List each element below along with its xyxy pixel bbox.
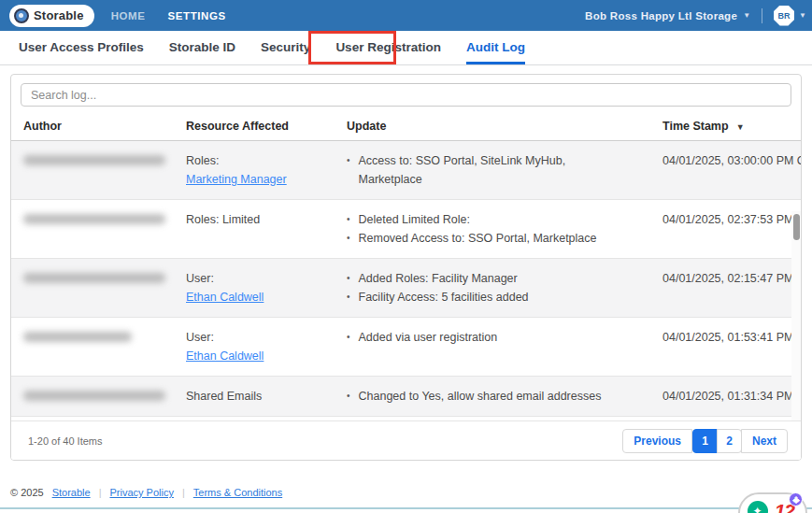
table-body: Roles: Marketing Manager •Access to: SSO… (11, 141, 801, 430)
update-cell: •Deleted Limited Role:•Removed Access to… (335, 210, 650, 248)
items-count: 1-20 of 40 Items (28, 435, 103, 447)
update-bullet-line: •Added Roles: Facility Manager (347, 269, 650, 288)
author-cell (11, 269, 174, 306)
update-cell: •Access to: SSO Portal, SiteLink MyHub, … (335, 151, 650, 189)
sort-desc-icon[interactable]: ▼ (736, 122, 745, 132)
table-header: Author Resource Affected Update Time Sta… (11, 114, 801, 141)
tab-storable-id[interactable]: Storable ID (169, 31, 235, 64)
update-text: Facility Access: 5 facilities added (359, 288, 529, 306)
timestamp-cell: 04/01/2025, 01:31:34 PM CST (650, 387, 801, 406)
tab-user-registration[interactable]: User Registration (335, 31, 441, 64)
storable-logo[interactable]: Storable (9, 5, 94, 27)
assistant-spark-icon[interactable]: ✦ (748, 501, 768, 513)
tab-security[interactable]: Security (261, 31, 310, 64)
timestamp-cell: 04/01/2025, 02:15:47 PM CST (650, 269, 801, 306)
bottom-divider-line (0, 507, 812, 509)
copyright-text: © 2025 (10, 487, 44, 498)
redacted-author-text (23, 273, 165, 283)
update-text: Deleted Limited Role: (359, 210, 471, 229)
plus-badge-icon[interactable]: + (789, 492, 803, 506)
account-name[interactable]: Bob Ross Happy Ltl Storage (585, 10, 737, 21)
update-text: Added via user registration (359, 328, 498, 347)
page-footer: © 2025 Storable|Privacy Policy|Terms & C… (10, 487, 282, 498)
navbar-divider (762, 8, 762, 23)
audit-log-card: Author Resource Affected Update Time Sta… (10, 74, 802, 461)
bullet-icon: • (347, 387, 350, 406)
column-header-resource[interactable]: Resource Affected (174, 120, 335, 133)
redacted-author-text (23, 214, 165, 224)
timestamp-header-label: Time Stamp (662, 120, 729, 133)
bullet-icon: • (347, 210, 350, 229)
column-header-timestamp[interactable]: Time Stamp▼ (650, 120, 801, 133)
table-row: Roles: Marketing Manager •Access to: SSO… (11, 141, 801, 200)
footer-separator: | (182, 487, 185, 498)
author-cell (11, 210, 174, 248)
author-cell (11, 151, 174, 189)
update-bullet-line: •Deleted Limited Role: (347, 210, 650, 229)
resource-cell: Shared Emails (174, 387, 335, 406)
footer-link-storable[interactable]: Storable (52, 487, 91, 498)
redacted-author-text (23, 155, 165, 165)
resource-label: User: (186, 328, 335, 347)
help-widget[interactable]: ✦ 12 + (738, 492, 807, 513)
nav-link-settings[interactable]: SETTINGS (168, 10, 226, 21)
table-scrollbar-thumb[interactable] (793, 214, 800, 240)
table-row: User: Ethan Caldwell •Added Roles: Facil… (11, 259, 801, 318)
update-cell: •Added via user registration (335, 328, 650, 365)
nav-links: HOME SETTINGS (111, 10, 226, 21)
footer-link-terms-conditions[interactable]: Terms & Conditions (193, 487, 282, 498)
update-bullet-line: •Added via user registration (347, 328, 650, 347)
account-chevron-down-icon[interactable]: ▼ (743, 11, 750, 20)
resource-cell: Roles: Marketing Manager (174, 151, 335, 189)
resource-link[interactable]: Ethan Caldwell (186, 288, 264, 306)
resource-label: Shared Emails (186, 387, 335, 406)
bullet-icon: • (347, 288, 350, 306)
bullet-icon: • (347, 328, 350, 347)
nav-link-home[interactable]: HOME (111, 10, 146, 21)
tab-audit-log[interactable]: Audit Log (466, 31, 525, 64)
previous-page-button[interactable]: Previous (622, 429, 692, 453)
timestamp-cell: 04/01/2025, 02:37:53 PM CST (650, 210, 801, 248)
resource-link[interactable]: Marketing Manager (186, 170, 287, 189)
resource-label: User: (186, 269, 335, 288)
avatar[interactable]: BR (774, 6, 794, 26)
search-input[interactable] (21, 83, 791, 107)
update-text: Access to: SSO Portal, SiteLink MyHub, M… (359, 151, 622, 189)
update-cell: •Changed to Yes, allow shared email addr… (335, 387, 650, 406)
navbar-right: Bob Ross Happy Ltl Storage ▼ BR ▼ (585, 6, 803, 26)
tab-user-access-profiles[interactable]: User Access Profiles (19, 31, 144, 64)
resource-label: Roles: (186, 151, 335, 170)
bullet-icon: • (347, 269, 350, 288)
next-page-button[interactable]: Next (741, 429, 788, 453)
column-header-author[interactable]: Author (11, 120, 174, 133)
storable-logo-icon (14, 8, 29, 23)
timestamp-cell: 04/01/2025, 01:53:41 PM CST (650, 328, 801, 365)
redacted-author-text (23, 391, 165, 401)
update-text: Changed to Yes, allow shared email addre… (359, 387, 602, 406)
top-navbar: Storable HOME SETTINGS Bob Ross Happy Lt… (0, 0, 812, 31)
page-button-2[interactable]: 2 (717, 429, 742, 453)
resource-label: Roles: Limited (186, 210, 335, 229)
search-bar (11, 75, 801, 114)
bullet-icon: • (347, 229, 350, 248)
table-footer: 1-20 of 40 Items Previous 12 Next (11, 420, 801, 460)
page-button-1[interactable]: 1 (692, 429, 718, 453)
update-bullet-line: •Facility Access: 5 facilities added (347, 288, 650, 306)
update-bullet-line: •Access to: SSO Portal, SiteLink MyHub, … (347, 151, 650, 189)
footer-link-privacy-policy[interactable]: Privacy Policy (109, 487, 173, 498)
update-bullet-line: •Changed to Yes, allow shared email addr… (347, 387, 650, 406)
column-header-update[interactable]: Update (335, 120, 650, 133)
footer-links: Storable|Privacy Policy|Terms & Conditio… (52, 487, 283, 498)
author-cell (11, 328, 174, 365)
update-bullet-line: •Removed Access to: SSO Portal, Marketpl… (347, 229, 650, 248)
timestamp-cell: 04/01/2025, 03:00:00 PM CST (650, 151, 801, 189)
update-cell: •Added Roles: Facility Manager•Facility … (335, 269, 650, 306)
table-row: User: Ethan Caldwell •Added via user reg… (11, 318, 801, 377)
resource-cell: Roles: Limited (174, 210, 335, 248)
table-row: Shared Emails •Changed to Yes, allow sha… (11, 377, 801, 417)
table-row: Roles: Limited •Deleted Limited Role:•Re… (11, 200, 801, 259)
resource-link[interactable]: Ethan Caldwell (186, 347, 264, 365)
footer-separator: | (99, 487, 102, 498)
audit-log-panel: Author Resource Affected Update Time Sta… (0, 65, 812, 461)
avatar-chevron-down-icon[interactable]: ▼ (799, 11, 806, 20)
